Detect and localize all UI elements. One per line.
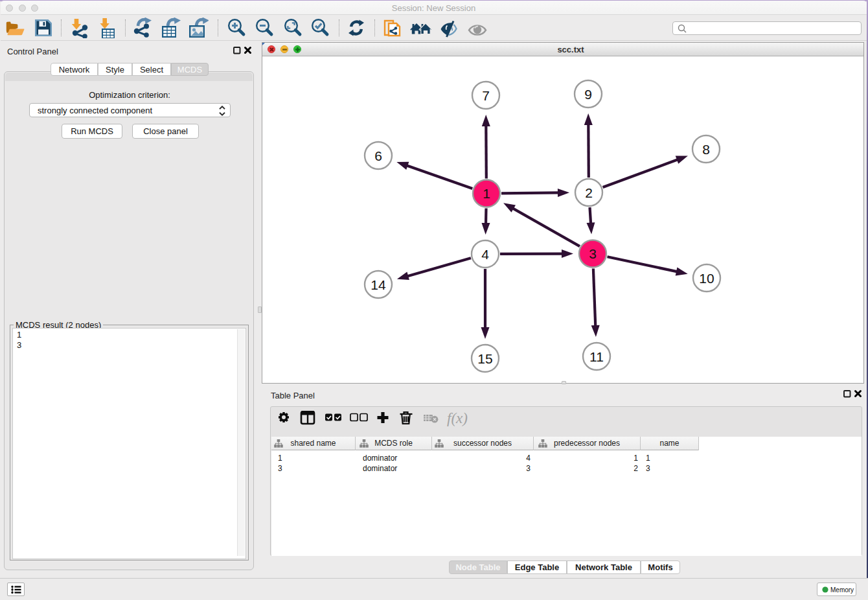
svg-text:1: 1: [483, 186, 490, 201]
svg-text:9: 9: [584, 87, 592, 102]
svg-text:2: 2: [585, 185, 593, 200]
svg-text:3: 3: [589, 246, 597, 261]
svg-text:8: 8: [702, 142, 710, 157]
svg-text:4: 4: [481, 247, 489, 262]
svg-text:10: 10: [699, 271, 714, 286]
svg-text:14: 14: [371, 277, 386, 292]
svg-text:15: 15: [477, 351, 492, 366]
svg-text:7: 7: [482, 88, 490, 103]
svg-text:6: 6: [374, 148, 382, 163]
svg-text:11: 11: [589, 349, 604, 364]
